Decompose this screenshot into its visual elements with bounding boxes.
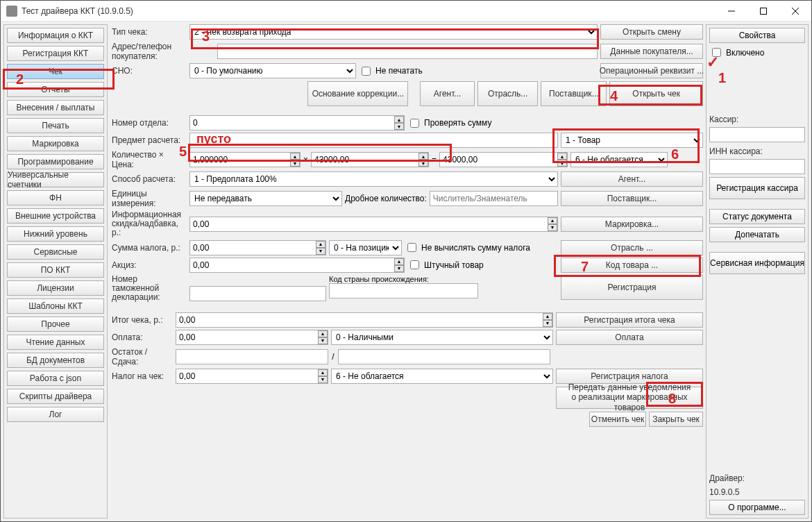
nav-low-level[interactable]: Нижний уровень	[7, 226, 104, 242]
nav-read-data[interactable]: Чтение данных	[7, 335, 104, 350]
price-input[interactable]	[311, 152, 429, 167]
close-button[interactable]	[779, 1, 811, 22]
nav-db-docs[interactable]: БД документов	[7, 353, 104, 368]
result-input[interactable]	[439, 152, 568, 167]
payment-input[interactable]	[176, 330, 328, 345]
label-dept-no: Номер отдела:	[110, 118, 187, 128]
calc-subject-input[interactable]	[189, 133, 558, 148]
nav-deposits[interactable]: Внесения / выплаты	[7, 100, 104, 115]
fraction-input[interactable]	[430, 191, 558, 206]
tax-type-select[interactable]: 6 - Не облагается	[570, 152, 668, 167]
nav-service[interactable]: Сервисные	[7, 244, 104, 260]
nav-print[interactable]: Печать	[7, 118, 104, 133]
buyer-addr-input[interactable]	[217, 44, 598, 59]
minimize-button[interactable]	[716, 1, 747, 22]
nav-programming[interactable]: Программирование	[7, 154, 104, 169]
label-country-code: Код страны происхождения:	[329, 275, 478, 283]
discount-input[interactable]	[189, 217, 558, 232]
sno-select[interactable]: 0 - По умолчанию	[189, 63, 356, 78]
agent2-button[interactable]: Агент...	[561, 171, 703, 187]
right-panel: Свойства Включено Кассир: ИНН кассира: Р…	[706, 24, 809, 519]
supplier-button[interactable]: Поставщик...	[541, 81, 607, 106]
industry-button[interactable]: Отрасль...	[477, 81, 538, 106]
label-calc-method: Способ расчета:	[110, 174, 187, 184]
label-qty-price: Количество × Цена:	[110, 150, 187, 169]
label-tax-sum: Сумма налога, р.:	[110, 243, 187, 253]
quantity-input[interactable]	[189, 152, 301, 167]
label-excise: Акциз:	[110, 260, 187, 270]
units-select[interactable]: Не передавать	[189, 191, 342, 206]
nav-fn[interactable]: ФН	[7, 190, 104, 205]
reg-tax-button[interactable]: Регистрация налога	[556, 369, 703, 384]
nav-info-kkt[interactable]: Информация о ККТ	[7, 28, 104, 43]
goods-code-button[interactable]: Код товара ...	[561, 258, 703, 273]
no-print-checkbox[interactable]: Не печатать	[359, 65, 423, 78]
about-button[interactable]: О программе...	[709, 500, 805, 515]
nav-marking[interactable]: Маркировка	[7, 136, 104, 151]
marking-button[interactable]: Маркировка...	[561, 217, 703, 232]
label-customs: Номер таможенной декларации:	[110, 275, 187, 303]
cashier-input[interactable]	[709, 127, 805, 142]
close-check-button[interactable]: Закрыть чек	[649, 412, 703, 427]
goods-type-select[interactable]: 1 - Товар	[561, 133, 703, 148]
supplier2-button[interactable]: Поставщик...	[561, 191, 703, 206]
no-calc-tax-checkbox[interactable]: Не вычислять сумму налога	[405, 241, 530, 254]
reg-total-button[interactable]: Регистрация итога чека	[556, 312, 703, 328]
remainder2-input[interactable]	[338, 349, 550, 364]
label-cashier-inn: ИНН кассира:	[709, 146, 805, 156]
label-check-total: Итог чека, р.:	[110, 315, 173, 325]
tax-pos-select[interactable]: 0 - На позицию	[329, 240, 402, 255]
excise-input[interactable]	[189, 258, 405, 273]
check-tax-input[interactable]	[176, 369, 328, 384]
nav-json[interactable]: Работа с json	[7, 371, 104, 386]
titlebar: Тест драйвера ККТ (10.9.0.5)	[1, 1, 811, 22]
dept-no-input[interactable]	[189, 115, 405, 130]
buyer-data-button[interactable]: Данные покупателя...	[600, 44, 703, 59]
industry2-button[interactable]: Отрасль ...	[561, 240, 703, 255]
cancel-check-button[interactable]: Отменить чек	[589, 412, 646, 427]
properties-button[interactable]: Свойства	[709, 28, 805, 43]
correction-reason-button[interactable]: Основание коррекции...	[307, 81, 408, 106]
nav-counters[interactable]: Универсальные счетчики	[7, 172, 104, 187]
nav-ext-devices[interactable]: Внешние устройства	[7, 208, 104, 224]
enabled-checkbox[interactable]: Включено	[709, 46, 805, 59]
registration-button[interactable]: Регистрация	[561, 275, 703, 300]
open-check-button[interactable]: Открыть чек	[609, 81, 703, 106]
nav-reports[interactable]: Отчеты	[7, 82, 104, 97]
customs-no-input[interactable]	[189, 286, 326, 301]
maximize-button[interactable]	[747, 1, 779, 22]
calc-method-select[interactable]: 1 - Предоплата 100%	[189, 171, 558, 187]
nav-po-kkt[interactable]: ПО ККТ	[7, 262, 104, 278]
payment-button[interactable]: Оплата	[556, 330, 703, 345]
nav-check[interactable]: Чек	[7, 64, 104, 79]
piece-goods-checkbox[interactable]: Штучный товар	[407, 258, 484, 271]
check-sum-checkbox[interactable]: Проверять сумму	[407, 117, 492, 130]
nav-templates[interactable]: Шаблоны ККТ	[7, 298, 104, 314]
check-total-input[interactable]	[176, 312, 553, 328]
check-type-select[interactable]: 2 - Чек возврата прихода	[189, 24, 598, 40]
window-title: Тест драйвера ККТ (10.9.0.5)	[22, 6, 133, 16]
remainder-input[interactable]	[176, 349, 328, 364]
op-requisite-button[interactable]: Операционный реквизит ...	[600, 63, 703, 78]
label-check-type: Тип чека:	[110, 27, 187, 37]
label-remainder: Остаток / Сдача:	[110, 347, 173, 367]
pay-type-select[interactable]: 0 - Наличными	[331, 330, 553, 345]
send-marking-button[interactable]: Передать данные уведомления о реализации…	[556, 387, 703, 409]
nav-other[interactable]: Прочее	[7, 317, 104, 332]
open-shift-button[interactable]: Открыть смену	[600, 24, 703, 40]
country-code-input[interactable]	[329, 283, 478, 298]
cashier-inn-input[interactable]	[709, 159, 805, 174]
nav-reg-kkt[interactable]: Регистрация ККТ	[7, 46, 104, 61]
doc-status-button[interactable]: Статус документа	[709, 209, 805, 224]
reg-cashier-button[interactable]: Регистрация кассира	[709, 177, 805, 199]
nav-log[interactable]: Лог	[7, 407, 104, 422]
nav-licenses[interactable]: Лицензии	[7, 280, 104, 296]
label-buyer-addr: Адрес/телефон покупателя:	[110, 42, 214, 61]
tax-sum-input[interactable]	[189, 240, 326, 255]
main-panel: Тип чека: 2 - Чек возврата прихода Откры…	[110, 24, 703, 519]
service-info-button[interactable]: Сервисная информация	[709, 252, 805, 274]
nav-scripts[interactable]: Скрипты драйвера	[7, 389, 104, 404]
check-tax-type-select[interactable]: 6 - Не облагается	[331, 369, 553, 384]
agent-button[interactable]: Агент...	[420, 81, 475, 106]
print-more-button[interactable]: Допечатать	[709, 227, 805, 242]
